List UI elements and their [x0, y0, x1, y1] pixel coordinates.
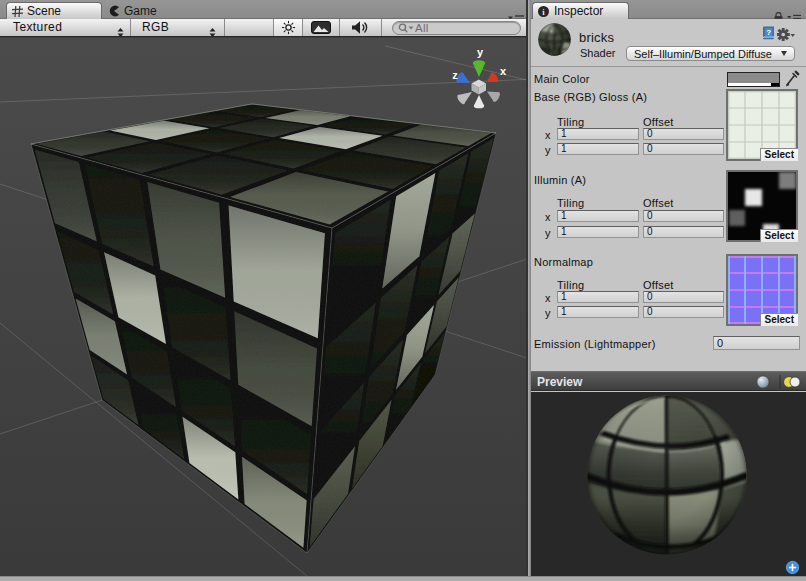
svg-text:?: ? [766, 28, 771, 37]
svg-text:y: y [477, 46, 484, 58]
svg-text:z: z [452, 69, 458, 81]
svg-text:x: x [500, 65, 507, 77]
